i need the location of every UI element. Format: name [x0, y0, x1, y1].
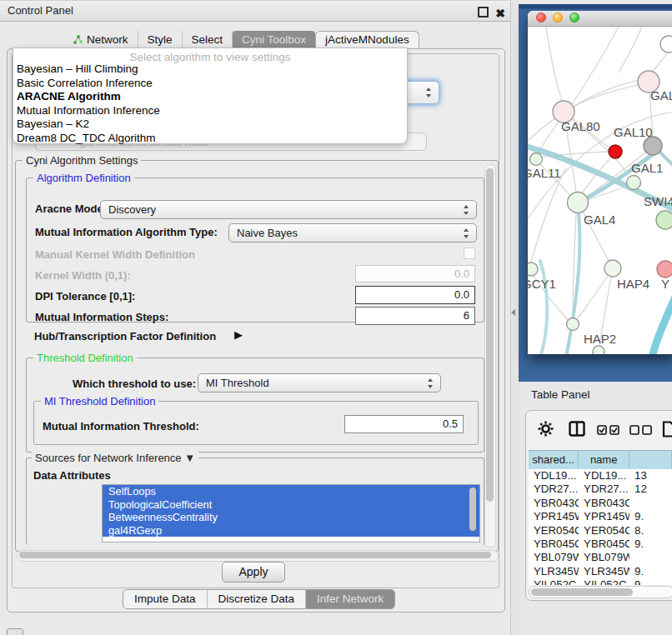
table-row[interactable]: YIL052CYIL052C9. [529, 578, 672, 585]
settings-group-title: Cyni Algorithm Settings [23, 154, 141, 167]
dropdown-item[interactable]: ARACNE Algorithm [13, 90, 407, 104]
apply-button[interactable]: Apply [222, 562, 285, 582]
collapse-down-icon[interactable]: ▼ [184, 452, 195, 464]
table-row[interactable]: YBL079WYBL079W [529, 551, 672, 564]
tab-cyni-toolbox[interactable]: Cyni Toolbox [233, 31, 315, 48]
manual-kernel-checkbox[interactable] [464, 248, 475, 259]
dropdown-item[interactable]: Dream8 DC_TDC Algorithm [13, 132, 407, 146]
settings-scrollbar-thumb[interactable] [486, 168, 494, 502]
collapsed-panel-icon[interactable] [7, 628, 23, 635]
column-header-shared[interactable]: shared... [529, 451, 579, 469]
mac-minimize-icon[interactable] [553, 12, 563, 22]
which-threshold-combo[interactable]: MI Threshold [198, 373, 441, 392]
kernel-width-field[interactable]: 0.0 [355, 265, 475, 282]
threshold-definition-title: Threshold Definition [33, 352, 137, 364]
network-node-bottom-node[interactable] [593, 346, 604, 354]
column-header-clipped[interactable] [629, 451, 672, 469]
mi-type-combo[interactable]: Naive Bayes [228, 223, 477, 242]
table-cell: YDR27... [579, 482, 629, 496]
table-cell: YBR045C [579, 538, 629, 551]
table-cell: YIL052C [529, 578, 579, 585]
network-graph: GALGAL80GAL10GAL11GAL1SWI4GAL4GCY1HAP4YH… [528, 27, 672, 354]
settings-hscrollbar-track[interactable] [17, 550, 499, 562]
table-cell: YLR345W [579, 565, 629, 578]
attribute-item[interactable]: gal4RGexp [103, 524, 479, 538]
mac-zoom-icon[interactable] [569, 12, 579, 22]
control-panel-tabstrip: Network Style Select Cyni Toolbox jActiv… [63, 31, 419, 48]
dpi-tolerance-field[interactable]: 0.0 [355, 286, 475, 304]
mac-close-icon[interactable] [536, 12, 546, 22]
table-row[interactable]: YBR043CYBR043C [529, 497, 672, 510]
mi-threshold-field[interactable]: 0.5 [344, 415, 464, 433]
tab-impute-data[interactable]: Impute Data [123, 590, 208, 608]
network-node-hap2[interactable] [567, 318, 579, 331]
settings-scrollbar-track[interactable] [484, 164, 496, 548]
attribute-item[interactable]: SelfLoops [103, 485, 479, 498]
tab-infer-network[interactable]: Infer Network [306, 590, 394, 608]
table-row[interactable]: YBR045CYBR045C9. [529, 538, 672, 551]
table-cell: YBL079W [529, 551, 579, 564]
node-label-gal11: GAL11 [528, 166, 561, 180]
sources-group-title[interactable]: Sources for Network Inference ▼ [32, 452, 198, 464]
list-scrollbar-thumb[interactable] [469, 488, 476, 531]
network-node-gal4[interactable] [568, 192, 589, 213]
table-hscrollbar-thumb[interactable] [531, 588, 633, 596]
network-node-gal10[interactable] [644, 137, 662, 155]
network-canvas[interactable]: GALGAL80GAL10GAL11GAL1SWI4GAL4GCY1HAP4YH… [528, 27, 672, 354]
data-attributes-label: Data Attributes [33, 469, 111, 482]
table-row[interactable]: YPR145WYPR145W9. [529, 510, 672, 523]
tab-select[interactable]: Select [183, 31, 233, 48]
network-node-gal1[interactable] [627, 176, 641, 190]
network-node-gal11[interactable] [530, 153, 543, 166]
select-all-checks-icon[interactable] [597, 425, 620, 435]
file-icon[interactable] [662, 421, 672, 438]
network-node-y-clipped[interactable] [657, 261, 672, 278]
table-cell: YPR145W [579, 510, 629, 523]
table-header-row[interactable]: shared... name [529, 450, 672, 470]
tab-style[interactable]: Style [138, 31, 183, 48]
dropdown-item[interactable]: Bayesian – Hill Climbing [13, 62, 407, 77]
tab-discretize-data[interactable]: Discretize Data [208, 590, 307, 608]
data-attributes-list[interactable]: SelfLoopsTopologicalCoefficientBetweenne… [102, 484, 480, 542]
attribute-item[interactable]: TopologicalCoefficient [103, 498, 479, 512]
columns-icon[interactable] [569, 421, 585, 437]
mi-threshold-definition-group: MI Threshold Definition Mutual Informati… [33, 401, 479, 445]
network-window[interactable]: GALGAL80GAL10GAL11GAL1SWI4GAL4GCY1HAP4YH… [528, 11, 672, 354]
table-hscrollbar-track[interactable] [529, 586, 672, 598]
table-body: YDL19...YDL19...13YDR27...YDR27...12YBR0… [529, 469, 672, 585]
float-icon[interactable] [478, 7, 489, 18]
mi-threshold-definition-title: MI Threshold Definition [41, 395, 158, 408]
network-node-edge-top-node[interactable] [660, 36, 672, 52]
dpi-tolerance-label: DPI Tolerance [0,1]: [35, 290, 135, 302]
table-row[interactable]: YDR27...YDR27...12 [529, 482, 672, 496]
node-label-gal-clipped: GAL [650, 88, 672, 102]
network-node-gcy1[interactable] [528, 262, 538, 276]
divider-collapse-icon[interactable] [511, 309, 515, 316]
network-node-hap4[interactable] [604, 260, 621, 277]
attribute-item[interactable]: BetweennessCentrality [103, 511, 479, 524]
table-row[interactable]: YDL19...YDL19...13 [529, 469, 672, 482]
mi-steps-field[interactable]: 6 [355, 307, 475, 325]
manual-kernel-label: Manual Kernel Width Definition [35, 248, 195, 261]
table-row[interactable]: YER054CYER054C8. [529, 524, 672, 538]
gear-icon[interactable] [538, 421, 554, 437]
network-node-swi4[interactable] [656, 211, 672, 229]
dropdown-item[interactable]: Basic Correlation Inference [13, 77, 407, 91]
dropdown-item[interactable]: Bayesian – K2 [13, 118, 407, 132]
table-cell: YDL19... [529, 469, 579, 482]
hub-section-label[interactable]: Hub/Transcription Factor Definition [34, 330, 216, 342]
table-cell: YPR145W [529, 510, 579, 523]
network-node-gal10-red[interactable] [609, 145, 622, 158]
settings-hscrollbar-thumb[interactable] [19, 552, 491, 558]
deselect-all-icon[interactable] [629, 425, 653, 435]
close-icon[interactable]: ✖ [495, 3, 505, 23]
tab-jactivemnodules[interactable]: jActiveMNodules [315, 31, 419, 48]
aracne-mode-combo[interactable]: Discovery [100, 200, 477, 219]
table-row[interactable]: YLR345WYLR345W9. [529, 565, 672, 578]
tab-network[interactable]: Network [63, 31, 138, 48]
dropdown-item[interactable]: Mutual Information Inference [13, 104, 407, 118]
network-window-titlebar[interactable] [528, 11, 672, 27]
table-cell: YBR045C [529, 538, 579, 551]
column-header-name[interactable]: name [579, 451, 629, 469]
expand-right-icon[interactable]: ▶ [234, 328, 243, 341]
